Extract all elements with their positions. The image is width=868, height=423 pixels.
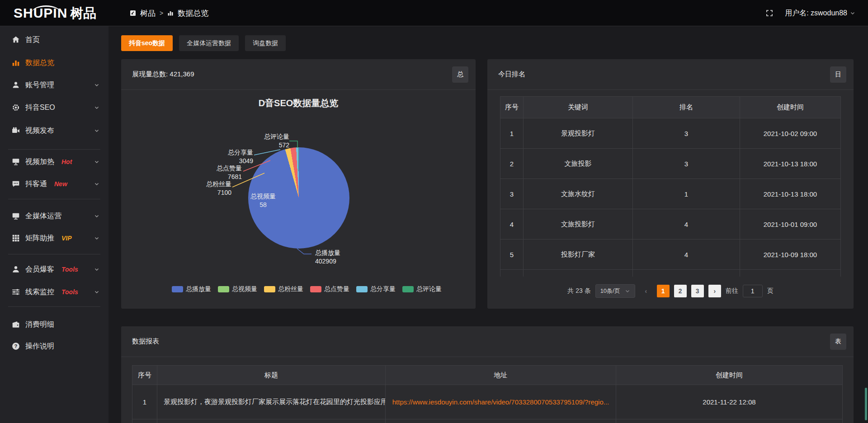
- sidebar-item-doketong[interactable]: 抖客通 New: [0, 175, 108, 193]
- legend-swatch: [310, 286, 321, 292]
- page-button-1[interactable]: 1: [657, 285, 670, 297]
- scrollbar-thumb[interactable]: [865, 388, 867, 420]
- breadcrumb-current: 数据总览: [178, 8, 208, 19]
- video-title: 景观投影灯，夜游景观投影灯厂家展示展示落花灯在花园里的灯光投影应用效果 #...: [157, 385, 386, 419]
- chevron-down-icon: [850, 10, 855, 16]
- pagination: 共 23 条 10条/页 ‹ 1 2 3 › 前往 页: [487, 284, 854, 298]
- bar-chart-icon: [12, 59, 20, 67]
- breadcrumb-root[interactable]: 树品: [140, 8, 156, 19]
- legend-swatch: [218, 286, 229, 292]
- sidebar-item-matrix-boost[interactable]: 矩阵助推 VIP: [0, 229, 108, 247]
- sidebar-item-label: 矩阵助推: [25, 234, 54, 243]
- prev-page-button[interactable]: ‹: [640, 285, 652, 297]
- question-circle-icon: ?: [12, 342, 20, 350]
- col-header-no: 序号: [132, 365, 157, 385]
- wallet-icon: [12, 320, 20, 329]
- sliders-icon: [12, 288, 20, 296]
- sidebar-item-home[interactable]: 首页: [0, 31, 108, 49]
- table-row: 2 文旅投影 3 2021-10-13 18:00: [500, 149, 841, 179]
- chevron-down-icon: [94, 213, 99, 219]
- table-header-row: 序号 标题 地址 创建时间: [132, 365, 843, 385]
- table-row-clipped: [132, 419, 843, 423]
- monitor-icon: [12, 212, 20, 220]
- page-button-3[interactable]: 3: [691, 285, 704, 297]
- report-card-title: 数据报表: [132, 337, 159, 346]
- next-page-button[interactable]: ›: [708, 285, 721, 297]
- legend-swatch: [264, 286, 275, 292]
- sidebar-item-label: 视频加热: [25, 157, 54, 167]
- legend-item-plays[interactable]: 总播放量: [172, 285, 211, 293]
- ranking-card-header: 今日排名: [487, 59, 854, 90]
- sidebar-item-label: 账号管理: [25, 80, 54, 90]
- legend-item-fans[interactable]: 总粉丝量: [264, 285, 303, 293]
- pie-label-shares: 总分享量3049: [228, 148, 253, 165]
- col-header-keyword: 关键词: [524, 96, 633, 118]
- sidebar-item-label: 视频发布: [25, 126, 54, 136]
- chevron-down-icon: [94, 289, 99, 295]
- impressions-total: 展现量总数: 421,369: [132, 70, 194, 79]
- chevron-down-icon: [625, 288, 630, 294]
- legend-item-likes[interactable]: 总点赞量: [310, 285, 349, 293]
- tools-badge: Tools: [61, 288, 78, 296]
- table-row: 5 投影灯厂家 4 2021-10-09 18:00: [500, 240, 841, 270]
- sidebar-item-lead-monitor[interactable]: 线索监控 Tools: [0, 283, 108, 301]
- screen-heat-icon: [12, 158, 20, 166]
- sidebar-item-douyin-seo[interactable]: 抖音SEO: [0, 99, 108, 117]
- sidebar-item-data-overview[interactable]: 数据总览: [0, 54, 108, 72]
- mode-total-button[interactable]: 总: [452, 66, 468, 83]
- col-header-created: 创建时间: [616, 365, 843, 385]
- data-tabs: 抖音seo数据 全媒体运营数据 询盘数据: [121, 35, 286, 51]
- sidebar-item-spending-detail[interactable]: 消费明细: [0, 315, 108, 334]
- top-bar: SHUPIN 树品 树品 > 数据总览 用户名: zswodun88: [0, 0, 868, 26]
- page-button-2[interactable]: 2: [674, 285, 687, 297]
- new-badge: New: [54, 180, 67, 188]
- pie-label-plays: 总播放量402909: [315, 249, 340, 266]
- chevron-down-icon: [94, 82, 99, 88]
- pie-label-fans: 总粉丝量7100: [206, 180, 231, 197]
- legend-item-videos[interactable]: 总视频量: [218, 285, 257, 293]
- table-row-clipped: [500, 270, 841, 277]
- tab-omni-media[interactable]: 全媒体运营数据: [179, 35, 239, 51]
- sidebar-item-omni-media[interactable]: 全媒体运营: [0, 207, 108, 225]
- tab-douyin-seo[interactable]: 抖音seo数据: [121, 35, 173, 51]
- goto-label: 前往: [726, 287, 738, 295]
- sidebar-item-label: 数据总览: [25, 58, 54, 68]
- sidebar-item-video-publish[interactable]: 视频发布: [0, 122, 108, 140]
- col-header-title: 标题: [157, 365, 386, 385]
- chat-icon: [12, 180, 20, 188]
- legend-item-comments[interactable]: 总评论量: [402, 285, 442, 293]
- sidebar-item-member-baoke[interactable]: 会员爆客 Tools: [0, 260, 108, 278]
- sidebar-item-help[interactable]: ? 操作说明: [0, 337, 108, 355]
- sidebar-item-account[interactable]: 账号管理: [0, 76, 108, 94]
- goto-page-input[interactable]: [743, 285, 763, 297]
- page-size-select[interactable]: 10条/页: [595, 284, 635, 298]
- mode-table-button[interactable]: 表: [830, 334, 846, 350]
- gear-icon: [12, 103, 20, 112]
- video-url-link[interactable]: https://www.iesdouyin.com/share/video/70…: [392, 398, 609, 406]
- sidebar-item-label: 抖客通: [25, 179, 47, 189]
- sidebar-item-video-heat[interactable]: 视频加热 Hot: [0, 153, 108, 171]
- user-menu[interactable]: 用户名: zswodun88: [785, 9, 855, 18]
- sidebar: 首页 数据总览 账号管理 抖音SEO 视频发布 视频加热 Hot 抖客通 New: [0, 26, 108, 423]
- sidebar-item-label: 操作说明: [25, 342, 54, 351]
- legend-swatch: [402, 286, 414, 292]
- tab-inquiry[interactable]: 询盘数据: [245, 35, 286, 51]
- bar-chart-icon: [167, 10, 174, 16]
- col-header-rank: 排名: [633, 96, 740, 118]
- grid-icon: [12, 234, 20, 242]
- goto-unit: 页: [767, 287, 774, 295]
- table-row: 1 景观投影灯，夜游景观投影灯厂家展示展示落花灯在花园里的灯光投影应用效果 #.…: [132, 385, 843, 419]
- pie-label-likes: 总点赞量7681: [217, 164, 242, 181]
- col-header-created: 创建时间: [740, 96, 841, 118]
- table-header-row: 序号 关键词 排名 创建时间: [500, 96, 841, 118]
- report-table: 序号 标题 地址 创建时间 1 景观投影灯，夜游景观投影灯厂家展示展示落花灯在花…: [132, 365, 843, 423]
- ranking-table: 序号 关键词 排名 创建时间 1 景观投影灯 3 2021-10-02 09:0…: [500, 96, 841, 277]
- chevron-down-icon: [94, 267, 99, 272]
- sidebar-item-label: 全媒体运营: [25, 212, 61, 221]
- fullscreen-icon[interactable]: [766, 9, 773, 17]
- legend-item-shares[interactable]: 总分享量: [356, 285, 396, 293]
- report-card-header: 数据报表: [121, 326, 854, 357]
- logo[interactable]: SHUPIN 树品: [14, 5, 96, 23]
- chevron-down-icon: [94, 181, 99, 187]
- mode-day-button[interactable]: 日: [830, 66, 846, 83]
